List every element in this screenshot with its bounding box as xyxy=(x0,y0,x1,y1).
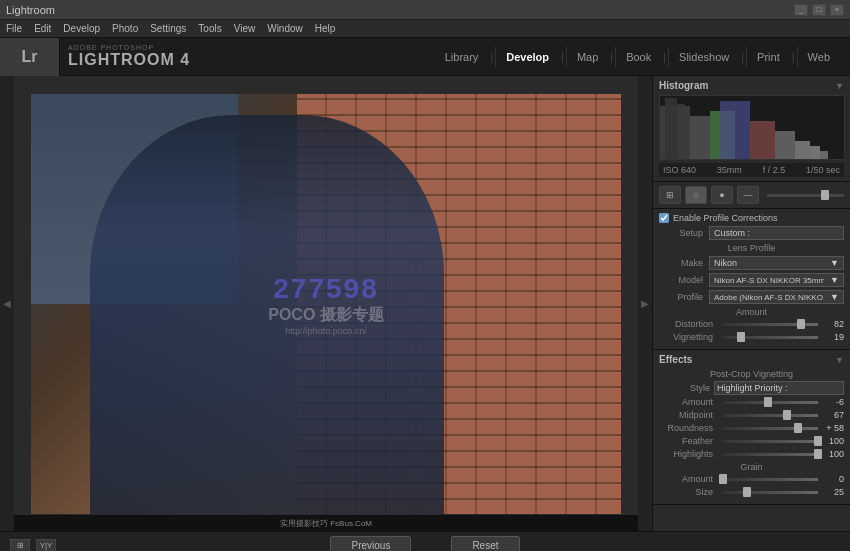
distortion-thumb xyxy=(797,319,805,329)
adobe-ps-label: ADOBE PHOTOSHOP xyxy=(68,44,435,51)
photo-frame: 277598 POCO 摄影专题 http://photo.poco.cn/ xyxy=(31,94,621,514)
style-row: Style Highlight Priority : xyxy=(659,381,844,395)
menu-develop[interactable]: Develop xyxy=(63,23,100,34)
menu-edit[interactable]: Edit xyxy=(34,23,51,34)
feather-value: 100 xyxy=(822,436,844,446)
nav-sep-4: | xyxy=(661,51,668,63)
footer-left-controls: ⊞ Y|Y xyxy=(10,539,56,552)
enable-profile-checkbox[interactable] xyxy=(659,213,669,223)
amount-row: Amount -6 xyxy=(659,397,844,407)
minimize-button[interactable]: _ xyxy=(794,4,808,16)
grain-amount-thumb xyxy=(719,474,727,484)
midpoint-slider[interactable] xyxy=(723,414,818,417)
watermark-poco: POCO 摄影专题 xyxy=(268,304,384,325)
profile-value: Adobe (Nikon AF-S DX NIKKO... xyxy=(714,293,824,302)
svg-rect-5 xyxy=(775,131,795,160)
watermark: 277598 POCO 摄影专题 http://photo.poco.cn/ xyxy=(268,272,384,335)
right-panel-toggle[interactable]: ▶ xyxy=(638,76,652,531)
menu-view[interactable]: View xyxy=(234,23,256,34)
brush-tool[interactable]: — xyxy=(737,186,759,204)
footer-btn-2[interactable]: Y|Y xyxy=(36,539,56,552)
effects-header[interactable]: Effects ▼ xyxy=(659,354,844,365)
tab-map[interactable]: Map xyxy=(566,47,608,67)
nav-sep-1: | xyxy=(488,51,495,63)
profile-row: Profile Adobe (Nikon AF-S DX NIKKO... ▼ xyxy=(659,290,844,304)
tab-library[interactable]: Library xyxy=(435,47,489,67)
midpoint-row: Midpoint 67 xyxy=(659,410,844,420)
enable-profile-row: Enable Profile Corrections xyxy=(659,213,844,223)
distortion-slider[interactable] xyxy=(723,323,818,326)
close-button[interactable]: × xyxy=(830,4,844,16)
svg-rect-1 xyxy=(690,116,710,160)
crop-tool[interactable]: ⊞ xyxy=(659,186,681,204)
tab-web[interactable]: Web xyxy=(797,47,840,67)
grain-amount-row: Amount 0 xyxy=(659,474,844,484)
footer-btn-1[interactable]: ⊞ xyxy=(10,539,30,552)
menu-settings[interactable]: Settings xyxy=(150,23,186,34)
make-label: Make xyxy=(659,258,709,268)
make-row: Make Nikon ▼ xyxy=(659,256,844,270)
model-arrow: ▼ xyxy=(830,275,839,285)
grain-size-thumb xyxy=(743,487,751,497)
menu-photo[interactable]: Photo xyxy=(112,23,138,34)
tab-book[interactable]: Book xyxy=(615,47,661,67)
lightroom-name: LIGHTROOM 4 xyxy=(68,51,435,69)
tab-develop[interactable]: Develop xyxy=(495,47,559,67)
lens-corrections-section: Enable Profile Corrections Setup Custom … xyxy=(653,209,850,350)
svg-rect-7 xyxy=(810,146,820,160)
roundness-label: Roundness xyxy=(659,423,719,433)
make-arrow: ▼ xyxy=(830,258,839,268)
menu-file[interactable]: File xyxy=(6,23,22,34)
svg-rect-4 xyxy=(750,121,775,160)
svg-rect-10 xyxy=(677,104,685,160)
menu-tools[interactable]: Tools xyxy=(198,23,221,34)
redeye-tool[interactable]: ● xyxy=(711,186,733,204)
menu-help[interactable]: Help xyxy=(315,23,336,34)
menu-window[interactable]: Window xyxy=(267,23,303,34)
grain-size-value: 25 xyxy=(822,487,844,497)
eff-amount-label: Amount xyxy=(659,397,719,407)
previous-button[interactable]: Previous xyxy=(330,536,411,551)
post-crop-title: Post-Crop Vignetting xyxy=(659,369,844,379)
profile-select[interactable]: Adobe (Nikon AF-S DX NIKKO... ▼ xyxy=(709,290,844,304)
roundness-slider[interactable] xyxy=(723,427,818,430)
feather-slider[interactable] xyxy=(723,440,818,443)
style-select[interactable]: Highlight Priority : xyxy=(714,381,844,395)
lens-profile-title: Lens Profile xyxy=(659,243,844,253)
histogram-header[interactable]: Histogram ▼ xyxy=(659,80,844,91)
effects-section: Effects ▼ Post-Crop Vignetting Style Hig… xyxy=(653,350,850,505)
bottom-nav: ⊞ Y|Y Previous Reset xyxy=(0,531,850,551)
model-select[interactable]: Nikon AF-S DX NIKKOR 35mm... ▼ xyxy=(709,273,844,287)
bottom-watermark-text: 实用摄影技巧 FsBus.CoM xyxy=(280,518,372,529)
highlights-slider[interactable] xyxy=(723,453,818,456)
tools-slider[interactable] xyxy=(767,194,844,197)
model-row: Model Nikon AF-S DX NIKKOR 35mm... ▼ xyxy=(659,273,844,287)
amount-title: Amount xyxy=(659,307,844,317)
grain-size-slider[interactable] xyxy=(723,491,818,494)
make-value: Nikon xyxy=(714,258,737,268)
eff-amount-slider[interactable] xyxy=(723,401,818,404)
vignetting-thumb xyxy=(737,332,745,342)
tab-slideshow[interactable]: Slideshow xyxy=(668,47,739,67)
style-label: Style xyxy=(659,383,714,393)
aperture-value: f / 2.5 xyxy=(763,165,786,175)
left-panel-toggle[interactable]: ◀ xyxy=(0,76,14,531)
nav-sep-3: | xyxy=(608,51,615,63)
spot-tool[interactable]: ○ xyxy=(685,186,707,204)
setup-select[interactable]: Custom : xyxy=(709,226,844,240)
menu-bar: File Edit Develop Photo Settings Tools V… xyxy=(0,20,850,38)
setup-row: Setup Custom : xyxy=(659,226,844,240)
profile-arrow: ▼ xyxy=(830,292,839,302)
nav-sep-2: | xyxy=(559,51,566,63)
vignetting-slider[interactable] xyxy=(723,336,818,339)
make-select[interactable]: Nikon ▼ xyxy=(709,256,844,270)
tab-print[interactable]: Print xyxy=(746,47,790,67)
reset-button[interactable]: Reset xyxy=(451,536,519,551)
app-title-label: Lightroom xyxy=(6,4,55,16)
maximize-button[interactable]: □ xyxy=(812,4,826,16)
svg-rect-6 xyxy=(795,141,810,160)
iso-value: ISO 640 xyxy=(663,165,696,175)
grain-amount-slider[interactable] xyxy=(723,478,818,481)
vignetting-value: 19 xyxy=(822,332,844,342)
watermark-url: http://photo.poco.cn/ xyxy=(268,325,384,335)
